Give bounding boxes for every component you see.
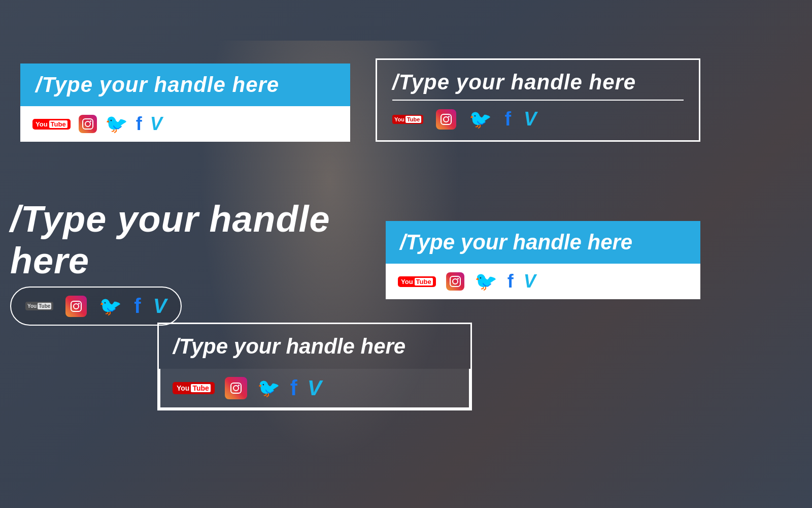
widget1-icons-box: YouTube 🐦 f V [20,106,350,142]
widget5-icons-box: YouTube 🐦 f V [159,369,470,409]
svg-point-10 [453,279,458,284]
widget-middle-right: /Type your handle here YouTube 🐦 f V [386,221,700,299]
widget4-handle-box: /Type your handle here [386,221,700,264]
twitter-icon-4: 🐦 [475,271,497,292]
twitter-icon-1: 🐦 [105,113,128,135]
widget4-handle-text: /Type your handle here [400,230,632,254]
instagram-icon-5 [225,377,247,399]
widget2-handle-text: /Type your handle here [392,70,684,94]
widget2-icons-box: YouTube 🐦 f V [392,108,684,130]
widget1-handle-box: /Type your handle here [20,64,350,106]
facebook-icon-5: f [290,376,297,400]
instagram-icon-3 [65,296,87,317]
svg-rect-9 [450,276,460,287]
widget1-handle-text: /Type your handle here [36,73,279,97]
svg-point-4 [444,117,449,122]
instagram-icon-1 [79,115,97,133]
svg-point-1 [85,121,90,126]
svg-point-7 [74,304,79,309]
facebook-icon-1: f [136,113,142,135]
youtube-icon-4: YouTube [398,276,436,287]
svg-point-11 [457,278,459,279]
twitter-icon-5: 🐦 [257,377,280,399]
svg-point-8 [78,303,80,304]
widget3-handle-text: /Type your handle here [10,198,386,281]
youtube-icon-3: YouTube [25,302,53,310]
facebook-icon-3: f [134,295,141,318]
facebook-icon-4: f [507,271,514,292]
instagram-icon-4 [446,272,464,291]
vimeo-icon-3: V [153,295,167,318]
youtube-icon-5: YouTube [173,382,215,394]
widget1-icon-group: YouTube 🐦 f V [32,113,162,135]
svg-point-14 [238,385,240,386]
facebook-icon-2: f [504,108,511,130]
widget-middle-left: /Type your handle here YouTube 🐦 f V [10,198,386,326]
twitter-icon-3: 🐦 [99,296,122,317]
widget5-handle-text: /Type your handle here [173,334,405,358]
youtube-icon-2: YouTube [392,115,423,124]
widget5-handle-box: /Type your handle here [159,324,470,369]
vimeo-icon-1: V [150,113,162,135]
instagram-icon-2 [436,109,456,130]
svg-rect-0 [83,119,93,129]
vimeo-icon-4: V [524,271,536,292]
main-content: /Type your handle here YouTube 🐦 f V /Ty… [0,0,812,508]
widget2-divider [392,100,684,101]
widget-top-left: /Type your handle here YouTube 🐦 f V [20,64,350,142]
twitter-icon-2: 🐦 [469,109,492,130]
widget3-icons-box: YouTube 🐦 f V [10,287,182,326]
svg-point-2 [90,120,91,122]
svg-rect-3 [441,114,451,124]
widget-bottom-center: /Type your handle here YouTube 🐦 f V [157,323,472,410]
vimeo-icon-2: V [524,108,536,130]
svg-point-5 [448,116,450,117]
widget-top-right: /Type your handle here YouTube 🐦 f V [376,58,700,142]
vimeo-icon-5: V [308,376,322,400]
youtube-icon-1: YouTube [32,119,71,130]
widget4-icons-box: YouTube 🐦 f V [386,264,700,299]
svg-rect-6 [71,301,81,311]
svg-rect-12 [231,383,241,393]
svg-point-13 [233,386,239,391]
